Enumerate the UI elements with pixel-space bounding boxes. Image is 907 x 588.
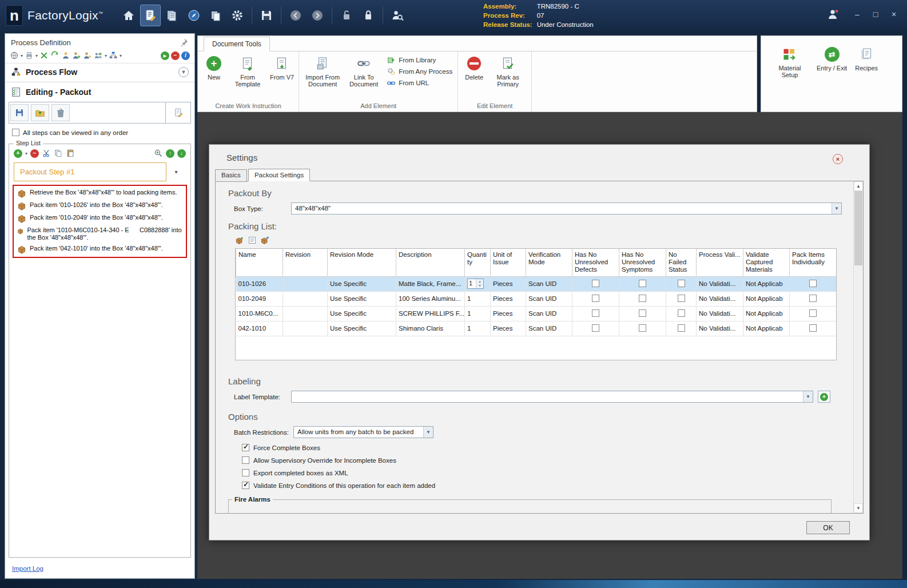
add-user-icon[interactable] xyxy=(72,51,81,60)
cell-process-validation[interactable]: No Validati... xyxy=(697,306,743,321)
home-button[interactable] xyxy=(118,5,139,26)
option-force-complete[interactable]: Force Complete Boxes xyxy=(242,444,845,451)
quantity-value[interactable]: 1 xyxy=(468,279,476,288)
move-down-icon[interactable]: ↓ xyxy=(177,149,186,158)
column-header[interactable]: Has No Unresolved Defects xyxy=(572,249,619,276)
scroll-up-icon[interactable]: ▲ xyxy=(854,181,863,191)
cell-quantity[interactable]: 1 xyxy=(465,291,491,306)
column-header[interactable]: Revision xyxy=(283,249,328,276)
cell-name[interactable]: 010-1026 xyxy=(236,276,283,291)
chevron-down-icon[interactable]: ▼ xyxy=(803,391,813,402)
save-button[interactable] xyxy=(256,5,277,26)
cell-quantity[interactable]: 1 xyxy=(465,321,491,336)
cell-quantity[interactable]: 1 xyxy=(465,306,491,321)
import-step-button[interactable] xyxy=(31,104,49,121)
tab-packout-settings[interactable]: Packout Settings xyxy=(248,169,310,181)
validate-entry-checkbox[interactable] xyxy=(242,482,249,489)
add-step-caret-icon[interactable]: ▾ xyxy=(25,151,27,156)
cell-revision[interactable] xyxy=(283,321,328,336)
mark-as-primary-button[interactable]: Mark as Primary xyxy=(487,53,528,89)
team-icon[interactable] xyxy=(94,51,103,60)
option-validate-entry[interactable]: Validate Entry Conditions of this operat… xyxy=(242,482,845,489)
cell-defects[interactable] xyxy=(572,276,619,291)
checkbox[interactable] xyxy=(639,280,646,287)
cell-defects[interactable] xyxy=(572,291,619,306)
import-log-link[interactable]: Import Log xyxy=(12,565,43,572)
move-up-icon[interactable]: ↑ xyxy=(166,149,174,158)
cell-symptoms[interactable] xyxy=(619,276,666,291)
checkbox[interactable] xyxy=(592,295,599,302)
import-from-document-button[interactable]: Import From Document xyxy=(302,53,343,89)
find-user-button[interactable] xyxy=(387,5,408,26)
chevron-down-icon[interactable]: ▼ xyxy=(832,203,841,214)
column-header[interactable]: Quantity xyxy=(465,249,491,276)
column-header[interactable]: Verification Mode xyxy=(526,249,572,276)
option-export-xml[interactable]: Export completed boxes as XML xyxy=(242,469,845,476)
new-button[interactable]: + New xyxy=(201,53,227,82)
cell-failed-status[interactable] xyxy=(666,276,697,291)
supervisory-override-checkbox[interactable] xyxy=(242,456,249,464)
list-item[interactable]: Pack item '010-2049' into the Box '48"x4… xyxy=(15,212,185,225)
checkbox[interactable] xyxy=(592,309,599,317)
checkbox[interactable] xyxy=(592,324,599,332)
table-row[interactable]: 042-1010 Use Specific Shimano Claris 1 P… xyxy=(236,321,837,336)
work-instruction-button[interactable] xyxy=(140,5,161,26)
scroll-down-icon[interactable]: ▼ xyxy=(854,503,863,513)
dropdown-caret-icon[interactable]: ▾ xyxy=(35,53,38,58)
user-star-icon[interactable] xyxy=(83,51,92,60)
process-documents-button[interactable] xyxy=(162,5,182,26)
info-icon[interactable]: i xyxy=(181,51,190,60)
cell-pack-individually[interactable] xyxy=(790,291,837,306)
box-type-dropdown[interactable]: 48"x48"x48" ▼ xyxy=(291,202,842,214)
checkbox[interactable] xyxy=(678,309,685,317)
cell-name[interactable]: 010-2049 xyxy=(236,291,283,306)
cell-unit-of-issue[interactable]: Pieces xyxy=(491,321,526,336)
copy-icon[interactable] xyxy=(54,149,63,158)
cut-icon[interactable] xyxy=(42,149,51,158)
forward-button[interactable] xyxy=(307,5,328,26)
checkbox[interactable] xyxy=(592,280,599,287)
cell-revision-mode[interactable]: Use Specific xyxy=(328,321,396,336)
column-header[interactable]: Revision Mode xyxy=(328,249,396,276)
cell-description[interactable]: SCREW PHILLIPS F... xyxy=(396,306,465,321)
checkbox[interactable] xyxy=(639,324,646,332)
spin-down-icon[interactable]: ▾ xyxy=(479,284,480,288)
list-item[interactable]: Pack item '010-1026' into the Box '48"x4… xyxy=(15,200,185,212)
cell-validate-captured[interactable]: Not Applicab xyxy=(743,321,790,336)
label-template-dropdown[interactable]: ▼ xyxy=(291,391,813,403)
cell-symptoms[interactable] xyxy=(619,321,666,336)
cell-name[interactable]: 042-1010 xyxy=(236,321,283,336)
lock-button[interactable] xyxy=(358,5,379,26)
paste-icon[interactable] xyxy=(66,149,75,158)
dialog-close-button[interactable]: × xyxy=(833,154,843,164)
cell-pack-individually[interactable] xyxy=(790,306,837,321)
cell-unit-of-issue[interactable]: Pieces xyxy=(491,306,526,321)
from-any-process-item[interactable]: From Any Process xyxy=(387,67,452,76)
from-v7-button[interactable]: From V7 xyxy=(268,53,296,82)
material-setup-button[interactable]: Material Setup xyxy=(769,44,810,80)
explore-button[interactable] xyxy=(184,5,204,26)
process-flow-row[interactable]: Process Flow ▼ xyxy=(5,63,194,81)
checkbox[interactable] xyxy=(678,324,685,332)
table-row[interactable]: 010-2049 Use Specific 100 Series Aluminu… xyxy=(236,291,837,306)
dropdown-caret-icon[interactable]: ▾ xyxy=(21,53,23,58)
from-template-button[interactable]: From Template xyxy=(227,53,268,89)
cell-revision-mode[interactable]: Use Specific xyxy=(328,306,396,321)
force-complete-checkbox[interactable] xyxy=(242,444,249,451)
column-header[interactable]: Description xyxy=(396,249,465,276)
dropdown-caret-icon[interactable]: ▾ xyxy=(105,53,107,58)
checkbox[interactable] xyxy=(809,280,817,287)
zoom-add-icon[interactable] xyxy=(154,149,163,158)
column-header[interactable]: Process Vali... xyxy=(697,249,743,276)
column-header[interactable]: No Failed Status xyxy=(666,249,697,276)
quantity-stepper[interactable]: 1 ▴ ▾ xyxy=(467,279,484,289)
checkbox[interactable] xyxy=(639,309,646,317)
hierarchy-icon[interactable] xyxy=(109,51,118,60)
scrollbar-thumb[interactable] xyxy=(854,191,862,265)
view-order-checkbox[interactable] xyxy=(12,129,19,136)
table-row[interactable]: 010-1026 Use Specific Matte Black, Frame… xyxy=(236,276,837,291)
spin-up-icon[interactable]: ▴ xyxy=(479,280,480,284)
column-header[interactable]: Name xyxy=(236,249,283,276)
edit-document-button[interactable] xyxy=(165,102,190,123)
copy-pages-button[interactable] xyxy=(205,5,226,26)
